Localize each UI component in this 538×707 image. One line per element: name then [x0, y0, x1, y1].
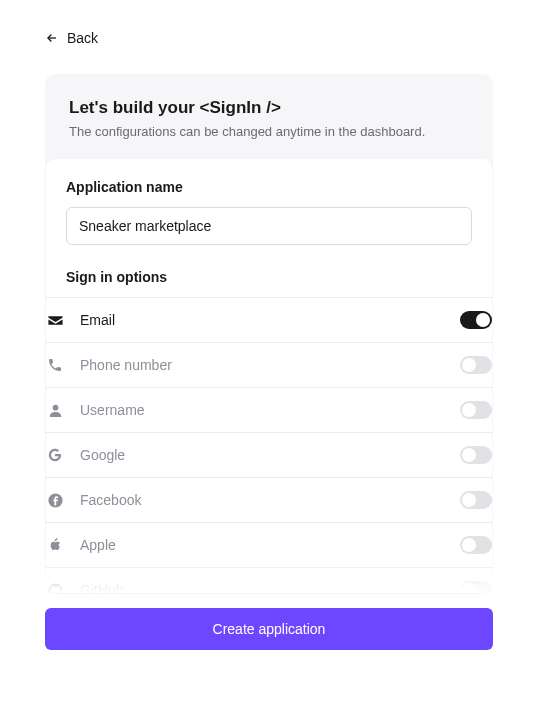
- option-toggle[interactable]: [460, 581, 492, 593]
- option-row: Facebook: [45, 478, 493, 523]
- signin-options-label: Sign in options: [66, 269, 472, 285]
- app-name-input[interactable]: [66, 207, 472, 245]
- option-row: GitHub: [45, 568, 493, 593]
- option-label: Email: [80, 312, 444, 328]
- option-row: Apple: [45, 523, 493, 568]
- option-toggle[interactable]: [460, 311, 492, 329]
- option-toggle[interactable]: [460, 401, 492, 419]
- option-label: Apple: [80, 537, 444, 553]
- create-application-button[interactable]: Create application: [45, 608, 493, 650]
- option-toggle[interactable]: [460, 446, 492, 464]
- option-toggle[interactable]: [460, 536, 492, 554]
- option-row: Username: [45, 388, 493, 433]
- phone-icon: [46, 356, 64, 374]
- arrow-left-icon: [45, 31, 59, 45]
- google-icon: [46, 446, 64, 464]
- svg-point-1: [52, 404, 58, 410]
- card-title: Let's build your <SignIn />: [69, 98, 469, 118]
- option-label: Username: [80, 402, 444, 418]
- email-icon: [46, 311, 64, 329]
- facebook-icon: [46, 491, 64, 509]
- form-card: Application name Sign in options EmailPh…: [46, 159, 492, 593]
- option-row: Email: [45, 298, 493, 343]
- card-header: Let's build your <SignIn /> The configur…: [45, 74, 493, 159]
- option-label: Facebook: [80, 492, 444, 508]
- option-row: Phone number: [45, 343, 493, 388]
- card-subtitle: The configurations can be changed anytim…: [69, 124, 469, 139]
- username-icon: [46, 401, 64, 419]
- option-label: Phone number: [80, 357, 444, 373]
- back-link[interactable]: Back: [45, 30, 98, 46]
- option-toggle[interactable]: [460, 491, 492, 509]
- github-icon: [46, 581, 64, 593]
- option-toggle[interactable]: [460, 356, 492, 374]
- setup-card: Let's build your <SignIn /> The configur…: [45, 74, 493, 594]
- back-label: Back: [67, 30, 98, 46]
- option-label: Google: [80, 447, 444, 463]
- option-row: Google: [45, 433, 493, 478]
- apple-icon: [46, 536, 64, 554]
- app-name-label: Application name: [66, 179, 472, 195]
- options-container: EmailPhone numberUsernameGoogleFacebookA…: [45, 297, 493, 593]
- option-label: GitHub: [80, 582, 444, 593]
